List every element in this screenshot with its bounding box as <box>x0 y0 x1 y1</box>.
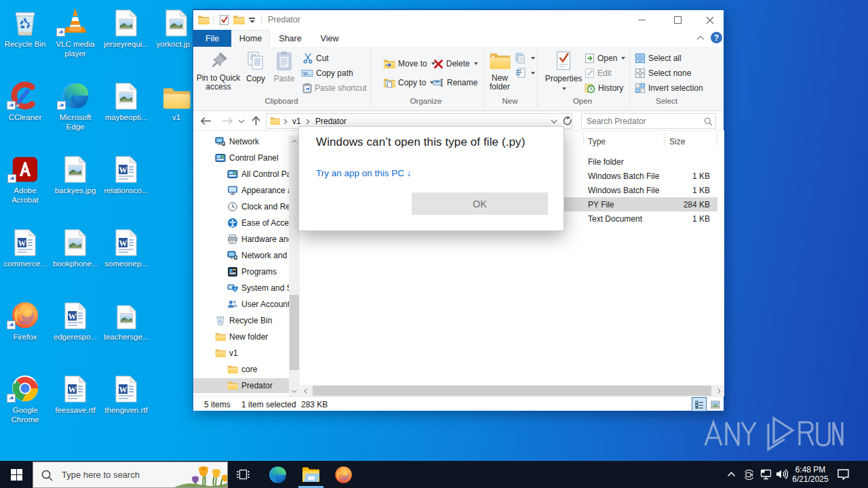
select-none-button[interactable]: Select none <box>635 68 691 79</box>
new-item-button[interactable] <box>515 53 535 64</box>
tab-view[interactable]: View <box>311 30 349 47</box>
tab-home[interactable]: Home <box>231 30 270 47</box>
desktop-icon-firefox[interactable]: Firefox <box>0 301 51 342</box>
properties-button[interactable]: Properties <box>545 49 583 93</box>
tree-item-hardware-sound[interactable]: Hardware and <box>227 232 292 247</box>
new-folder-button[interactable]: New folder <box>484 49 516 92</box>
move-to-button[interactable]: Move to <box>383 58 435 69</box>
tree-item-system-security[interactable]: System and Se <box>227 281 296 296</box>
hidden-icons-chevron[interactable] <box>727 471 736 477</box>
up-icon[interactable] <box>251 116 261 126</box>
rename-button[interactable]: Rename <box>433 77 477 88</box>
edit-button[interactable]: Edit <box>585 68 612 79</box>
task-view-button[interactable] <box>226 461 259 488</box>
tree-item-predator[interactable]: Predator <box>227 378 273 393</box>
recent-locations-icon[interactable] <box>238 119 245 123</box>
taskbar-search-box[interactable]: Type here to search <box>33 462 228 488</box>
desktop-icon-jerseyrequi[interactable]: jerseyrequi... <box>100 8 152 49</box>
open-button[interactable]: Open <box>585 53 625 64</box>
address-dropdown-icon[interactable] <box>551 119 557 124</box>
back-icon[interactable] <box>200 117 212 125</box>
tree-item-appearance[interactable]: Appearance an <box>227 183 296 198</box>
search-box[interactable]: Search Predator <box>581 113 716 129</box>
pin-to-quick-access-button[interactable]: Pin to Quick access <box>195 49 241 92</box>
desktop-icon-maybeopti[interactable]: maybeopti... <box>100 81 152 122</box>
forward-icon[interactable] <box>222 117 233 125</box>
tree-item-new-folder[interactable]: New folder <box>215 329 268 344</box>
breadcrumb-v1[interactable]: v1 <box>292 117 301 126</box>
taskbar-edge-button[interactable] <box>261 461 294 488</box>
file-row-type[interactable]: PY File <box>588 197 614 211</box>
tree-item-user-accounts[interactable]: User Accounts <box>227 297 294 312</box>
qat-properties-icon[interactable] <box>219 14 229 26</box>
taskbar-explorer-button[interactable] <box>294 461 327 488</box>
tree-item-programs[interactable]: Programs <box>227 264 277 279</box>
desktop-icon-bookphone[interactable]: bookphone... <box>50 228 101 268</box>
history-button[interactable]: History <box>585 83 623 94</box>
cut-button[interactable]: Cut <box>302 53 329 64</box>
column-header-type[interactable]: Type <box>588 134 606 150</box>
crumb-chevron-icon[interactable] <box>283 119 288 125</box>
tree-item-network[interactable]: Network <box>215 134 259 149</box>
tree-item-control-panel[interactable]: Control Panel <box>215 150 279 165</box>
tree-item-all-control-panel[interactable]: All Control Par <box>227 167 294 182</box>
action-center-icon[interactable] <box>837 468 850 481</box>
maximize-button[interactable] <box>663 10 693 30</box>
tree-item-clock-region[interactable]: Clock and Regi <box>227 199 296 214</box>
desktop-icon-vlc[interactable]: VLC media player <box>50 8 101 58</box>
paste-button[interactable]: Paste <box>269 49 299 83</box>
qat-customize-icon[interactable] <box>249 18 255 23</box>
tree-item-network-internet[interactable]: Network and Ir <box>227 248 294 263</box>
tree-item-ease-of-access[interactable]: Ease of Access <box>227 216 297 230</box>
scroll-left-icon[interactable] <box>300 385 311 396</box>
tree-item-v1[interactable]: v1 <box>215 346 238 361</box>
file-row-type[interactable]: Text Document <box>588 211 642 226</box>
copy-to-button[interactable]: Copy to <box>383 77 434 88</box>
tab-file[interactable]: File <box>193 30 231 47</box>
try-app-link[interactable]: Try an app on this PC ↓ <box>316 168 412 178</box>
desktop-icon-recycle-bin[interactable]: Recycle Bin <box>0 8 51 49</box>
breadcrumb-predator[interactable]: Predator <box>315 117 347 126</box>
invert-selection-button[interactable]: Invert selection <box>635 83 703 94</box>
start-button[interactable] <box>0 461 33 488</box>
desktop-icon-commerce[interactable]: commerce... <box>0 228 51 268</box>
easy-access-button[interactable] <box>515 68 535 79</box>
meet-now-icon[interactable] <box>743 469 755 481</box>
ok-button[interactable]: OK <box>412 192 548 215</box>
tree-item-core[interactable]: core <box>227 362 257 377</box>
desktop-icon-edge[interactable]: Microsoft Edge <box>50 81 101 131</box>
tab-share[interactable]: Share <box>270 30 311 47</box>
desktop-icon-someonep[interactable]: someonep... <box>100 228 152 268</box>
horizontal-scrollbar-thumb[interactable] <box>313 386 711 396</box>
desktop-icon-acrobat[interactable]: Adobe Acrobat <box>0 155 51 205</box>
tree-scrollbar-thumb[interactable] <box>290 295 299 370</box>
scroll-down-icon[interactable] <box>289 386 300 396</box>
copy-path-button[interactable]: W... Copy path <box>301 68 353 79</box>
minimize-ribbon-icon[interactable] <box>696 35 705 41</box>
close-button[interactable] <box>694 10 725 30</box>
delete-button[interactable]: Delete <box>433 58 478 69</box>
crumb-chevron-icon[interactable] <box>306 119 310 125</box>
copy-button[interactable]: Copy <box>241 49 271 83</box>
qat-newfolder-icon[interactable] <box>233 14 245 25</box>
minimize-button[interactable] <box>627 10 657 30</box>
desktop-icon-ccleaner[interactable]: CCleaner <box>0 81 51 122</box>
help-icon[interactable]: ? <box>711 32 722 43</box>
desktop-icon-teachersge[interactable]: teachersge... <box>100 301 152 342</box>
desktop-icon-feessave[interactable]: feessave.rtf <box>50 374 101 415</box>
taskbar-clock[interactable]: 6:48 PM 6/21/2025 <box>786 465 835 484</box>
desktop-icon-backyes[interactable]: backyes.jpg <box>50 155 101 195</box>
paste-shortcut-button[interactable]: Paste shortcut <box>302 83 367 94</box>
desktop-icon-relationsco[interactable]: relationsco... <box>100 155 152 195</box>
taskbar-firefox-button[interactable] <box>327 461 359 488</box>
scroll-right-icon[interactable] <box>713 385 724 396</box>
desktop-icon-chrome[interactable]: Google Chrome <box>0 374 51 424</box>
refresh-icon[interactable] <box>562 116 572 127</box>
select-all-button[interactable]: Select all <box>635 53 682 64</box>
network-icon[interactable] <box>760 469 772 480</box>
horizontal-scrollbar[interactable] <box>300 385 724 396</box>
desktop-icon-edgerespo[interactable]: edgerespo... <box>50 301 101 342</box>
tree-item-recycle-bin[interactable]: Recycle Bin <box>215 313 272 328</box>
file-row-type[interactable]: File folder <box>588 155 624 169</box>
column-header-size[interactable]: Size <box>669 134 685 150</box>
